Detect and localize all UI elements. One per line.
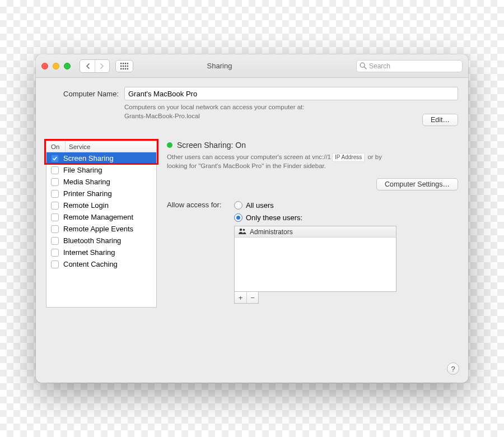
service-rows: Screen SharingFile SharingMedia SharingP… xyxy=(46,152,156,307)
service-detail: Screen Sharing: On Other users can acces… xyxy=(167,141,458,375)
service-list-wrap: On Service Screen SharingFile SharingMed… xyxy=(46,141,157,375)
allowed-users-list[interactable]: Administrators xyxy=(234,226,396,292)
add-user-button[interactable]: + xyxy=(235,292,246,303)
status-dot-icon xyxy=(167,142,172,148)
allowed-users-box: Administrators + − xyxy=(234,226,396,304)
service-label: Printer Sharing xyxy=(63,189,112,198)
service-checkbox[interactable] xyxy=(51,261,59,268)
status-line: Screen Sharing: On xyxy=(167,141,458,150)
close-button[interactable] xyxy=(41,63,48,69)
add-remove-buttons: + − xyxy=(234,292,259,304)
service-list: On Service Screen SharingFile SharingMed… xyxy=(46,141,157,308)
ip-address-badge: IP Address xyxy=(332,153,365,162)
service-label: Remote Apple Events xyxy=(63,225,133,233)
service-row[interactable]: Internet Sharing xyxy=(46,247,156,258)
status-text: Screen Sharing: On xyxy=(177,141,246,150)
users-icon xyxy=(238,228,246,236)
remove-user-button[interactable]: − xyxy=(246,292,258,303)
computer-name-label: Computer Name: xyxy=(46,87,119,98)
service-label: Remote Management xyxy=(63,213,133,221)
service-checkbox[interactable] xyxy=(51,166,59,174)
service-row[interactable]: Content Caching xyxy=(46,258,156,270)
radio-icon xyxy=(234,213,242,222)
status-description: Other users can access your computer's s… xyxy=(167,153,391,170)
svg-line-13 xyxy=(364,67,366,69)
prefpane-body: Computer Name: Computers on your local n… xyxy=(36,78,468,383)
traffic-lights xyxy=(41,63,71,69)
service-label: Internet Sharing xyxy=(63,248,115,257)
edit-hostname-button[interactable]: Edit… xyxy=(422,114,458,126)
service-label: Media Sharing xyxy=(63,178,110,186)
service-row[interactable]: Bluetooth Sharing xyxy=(46,235,156,247)
service-checkbox[interactable] xyxy=(51,249,59,257)
radio-only-these-users[interactable]: Only these users: xyxy=(234,211,458,224)
col-header-service: Service xyxy=(66,141,156,152)
help-button[interactable]: ? xyxy=(447,362,459,375)
service-checkbox[interactable] xyxy=(51,225,59,233)
service-label: File Sharing xyxy=(63,166,102,174)
window-titlebar: Sharing xyxy=(36,54,468,78)
service-checkbox[interactable] xyxy=(51,155,59,162)
svg-point-14 xyxy=(240,228,242,230)
service-row[interactable]: Media Sharing xyxy=(46,176,156,188)
service-checkbox[interactable] xyxy=(51,213,59,221)
service-row[interactable]: Screen Sharing xyxy=(46,152,156,164)
col-header-on: On xyxy=(46,141,66,152)
service-row[interactable]: Remote Apple Events xyxy=(46,223,156,235)
computer-settings-button[interactable]: Computer Settings… xyxy=(376,178,458,190)
service-label: Remote Login xyxy=(63,201,109,210)
service-checkbox[interactable] xyxy=(51,202,59,210)
search-icon xyxy=(360,62,367,69)
access-radio-group: All users Only these users: xyxy=(234,199,458,224)
search-input[interactable] xyxy=(356,60,463,72)
service-row[interactable]: Remote Management xyxy=(46,211,156,223)
service-label: Content Caching xyxy=(63,260,118,268)
service-row[interactable]: Remote Login xyxy=(46,199,156,211)
service-checkbox[interactable] xyxy=(51,178,59,186)
radio-icon xyxy=(234,201,242,210)
service-list-header: On Service xyxy=(46,141,156,152)
svg-point-15 xyxy=(243,229,245,231)
minimize-button[interactable] xyxy=(53,63,59,69)
service-row[interactable]: File Sharing xyxy=(46,164,156,176)
service-checkbox[interactable] xyxy=(51,237,59,245)
allowed-user-row[interactable]: Administrators xyxy=(235,226,396,238)
zoom-button[interactable] xyxy=(64,63,71,69)
service-label: Screen Sharing xyxy=(63,154,114,162)
service-label: Bluetooth Sharing xyxy=(63,236,121,245)
radio-all-users[interactable]: All users xyxy=(234,199,458,211)
computer-name-field[interactable] xyxy=(124,87,458,100)
service-row[interactable]: Printer Sharing xyxy=(46,188,156,199)
search-wrap xyxy=(356,60,463,72)
window-title: Sharing xyxy=(88,62,351,70)
service-checkbox[interactable] xyxy=(51,190,59,198)
sharing-prefpane-window: Sharing Computer Name: Computers on your… xyxy=(36,54,468,383)
